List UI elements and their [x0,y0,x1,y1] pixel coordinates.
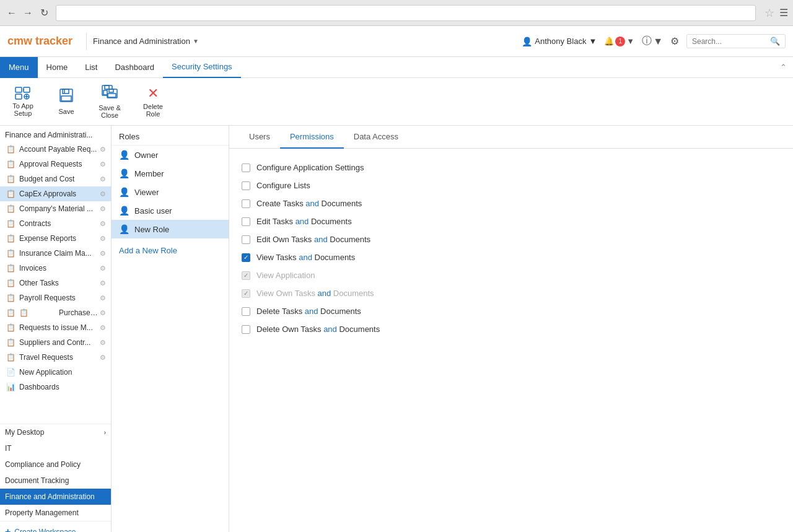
gear-icon[interactable]: ⚙ [100,264,106,273]
tab-menu[interactable]: Menu [0,57,38,78]
gear-icon[interactable]: ⚙ [100,205,106,213]
gear-icon[interactable]: ⚙ [100,354,106,362]
workspace-label: Finance and Administration [93,37,190,46]
perm-checkbox-create-tasks-docs[interactable] [242,199,250,208]
role-item-basic-user[interactable]: 👤 Basic user [112,201,229,220]
sidebar-item-requests-issue[interactable]: 📋 Requests to issue M... ⚙ [0,320,111,335]
sidebar-item-invoices[interactable]: 📋 Invoices ⚙ [0,261,111,276]
payroll-requests-label: Payroll Requests [19,294,99,302]
delete-role-button[interactable]: ✕ DeleteRole [138,83,169,120]
perm-checkbox-delete-tasks-docs[interactable] [242,307,250,316]
search-box[interactable]: 🔍 [686,34,786,48]
sidebar-item-suppliers[interactable]: 📋 Suppliers and Contr... ⚙ [0,335,111,350]
perm-checkbox-view-application: ✓ [242,271,250,280]
gear-icon[interactable]: ⚙ [100,235,106,243]
sidebar-section-property-mgmt[interactable]: Property Management [0,505,111,521]
tab-security-settings[interactable]: Security Settings [163,57,241,78]
sidebar-section-my-desktop[interactable]: My Desktop › [0,424,111,440]
address-bar[interactable] [56,5,756,21]
sidebar-item-travel-requests[interactable]: 📋 Travel Requests ⚙ [0,350,111,365]
perm-delete-tasks-docs: Delete Tasks and Documents [242,302,781,320]
perm-checkbox-edit-tasks-docs[interactable] [242,217,250,226]
reload-button[interactable]: ↻ [37,6,51,20]
workspace-selector[interactable]: Finance and Administration ▼ [93,37,199,46]
gear-icon[interactable]: ⚙ [100,309,106,317]
gear-icon[interactable]: ⚙ [100,250,106,258]
role-new-user-icon: 👤 [119,224,129,234]
settings-gear-icon[interactable]: ⚙ [670,35,679,47]
address-input[interactable] [61,9,750,17]
sidebar-section-finance-admin[interactable]: Finance and Administration [0,489,111,505]
tab-users[interactable]: Users [239,126,280,149]
sidebar-item-dashboards[interactable]: 📊 Dashboards [0,380,111,395]
help-button[interactable]: ⓘ ▼ [642,35,663,48]
role-item-new-role[interactable]: 👤 New Role [112,220,229,238]
sidebar-item-contracts[interactable]: 📋 Contracts ⚙ [0,216,111,231]
sidebar-item-budget-cost[interactable]: 📋 Budget and Cost ⚙ [0,172,111,186]
forward-button[interactable]: → [21,6,35,20]
list-icon: 📋 [19,308,59,317]
user-name: Anthony Black [535,37,586,46]
gear-icon[interactable]: ⚙ [100,190,106,198]
perm-checkbox-configure-app-settings[interactable] [242,164,250,172]
sidebar-section-compliance[interactable]: Compliance and Policy [0,456,111,473]
create-workspace-button[interactable]: + Create Workspace [0,521,111,532]
perm-view-tasks-docs: ✓ View Tasks and Documents [242,248,781,266]
notifications-button[interactable]: 🔔 1 ▼ [604,37,634,46]
role-item-viewer[interactable]: 👤 Viewer [112,183,229,201]
tab-home[interactable]: Home [38,57,77,78]
role-item-member[interactable]: 👤 Member [112,164,229,183]
sidebar-current-app[interactable]: Finance and Administrati... [0,126,111,142]
gear-icon[interactable]: ⚙ [100,220,106,228]
perm-checkbox-view-tasks-docs[interactable]: ✓ [242,253,250,262]
sidebar-item-capex-approvals[interactable]: 📋 CapEx Approvals ⚙ [0,186,111,201]
capex-approvals-label: CapEx Approvals [19,190,99,198]
sidebar-item-expense-reports[interactable]: 📋 Expense Reports ⚙ [0,231,111,246]
browser-menu-icon[interactable]: ☰ [779,7,788,19]
search-input[interactable] [692,37,766,46]
sidebar-item-payroll-requests[interactable]: 📋 Payroll Requests ⚙ [0,290,111,305]
perm-checkbox-delete-own-tasks-docs[interactable] [242,325,250,334]
gear-icon[interactable]: ⚙ [100,146,106,154]
to-app-setup-button[interactable]: To AppSetup [7,84,38,120]
bookmark-icon[interactable]: ☆ [765,6,774,20]
my-desktop-label: My Desktop [5,428,44,437]
sidebar-item-other-tasks[interactable]: 📋 Other Tasks ⚙ [0,276,111,290]
tab-permissions[interactable]: Permissions [280,126,344,149]
save-button[interactable]: Save [51,85,82,118]
gear-icon[interactable]: ⚙ [100,339,106,347]
perm-label-configure-lists: Configure Lists [256,181,310,190]
save-close-icon [100,84,119,103]
tab-dashboard[interactable]: Dashboard [106,57,163,78]
tab-list[interactable]: List [76,57,106,78]
toolbar: To AppSetup Save Save &Close ✕ [0,78,793,126]
nav-collapse-icon[interactable]: ⌃ [774,63,793,72]
sidebar-item-company-material[interactable]: 📋 Company's Material ... ⚙ [0,201,111,216]
sidebar-item-insurance-claim[interactable]: 📋 Insurance Claim Ma... ⚙ [0,246,111,261]
perm-label-edit-tasks-docs: Edit Tasks and Documents [256,217,352,226]
gear-icon[interactable]: ⚙ [100,175,106,183]
perm-checkbox-configure-lists[interactable] [242,181,250,190]
role-item-owner[interactable]: 👤 Owner [112,146,229,164]
tab-data-access[interactable]: Data Access [344,126,408,149]
sidebar-item-new-application[interactable]: 📄 New Application [0,365,111,380]
gear-icon[interactable]: ⚙ [100,294,106,302]
sidebar-item-approval-requests[interactable]: 📋 Approval Requests ⚙ [0,157,111,172]
sidebar-section-it[interactable]: IT [0,440,111,456]
add-new-role-button[interactable]: Add a New Role [112,241,229,260]
sidebar-item-account-payable[interactable]: 📋 Account Payable Req... ⚙ [0,142,111,157]
sidebar-bottom-sections: My Desktop › IT Compliance and Policy Do… [0,424,111,532]
app-logo: cmw tracker [7,35,72,48]
gear-icon[interactable]: ⚙ [100,324,106,332]
sidebar-item-purchase-requests[interactable]: 📋 📋 Purchase Requests ⚙ [0,305,111,320]
gear-icon[interactable]: ⚙ [100,279,106,287]
list-icon: 📋 [5,308,16,317]
back-button[interactable]: ← [5,6,19,20]
sidebar-section-document-tracking[interactable]: Document Tracking [0,473,111,489]
it-label: IT [5,444,12,453]
approval-requests-label: Approval Requests [19,160,99,168]
gear-icon[interactable]: ⚙ [100,160,106,168]
save-close-button[interactable]: Save &Close [94,82,125,121]
user-info[interactable]: 👤 Anthony Black ▼ [522,37,597,46]
perm-checkbox-edit-own-tasks-docs[interactable] [242,235,250,244]
